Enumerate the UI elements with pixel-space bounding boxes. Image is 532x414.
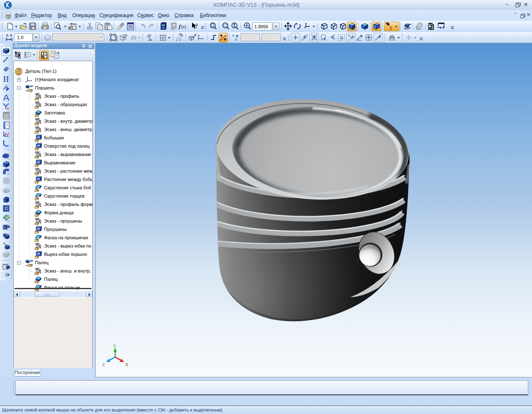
svg-text:Z: Z xyxy=(102,362,105,367)
svg-text:X: X xyxy=(235,37,237,42)
svg-text:Y: Y xyxy=(232,34,234,38)
svg-text:?: ? xyxy=(195,22,198,29)
svg-text:Y: Y xyxy=(113,343,116,348)
svg-text:X: X xyxy=(125,362,128,367)
svg-text:(x): (x) xyxy=(181,24,186,29)
